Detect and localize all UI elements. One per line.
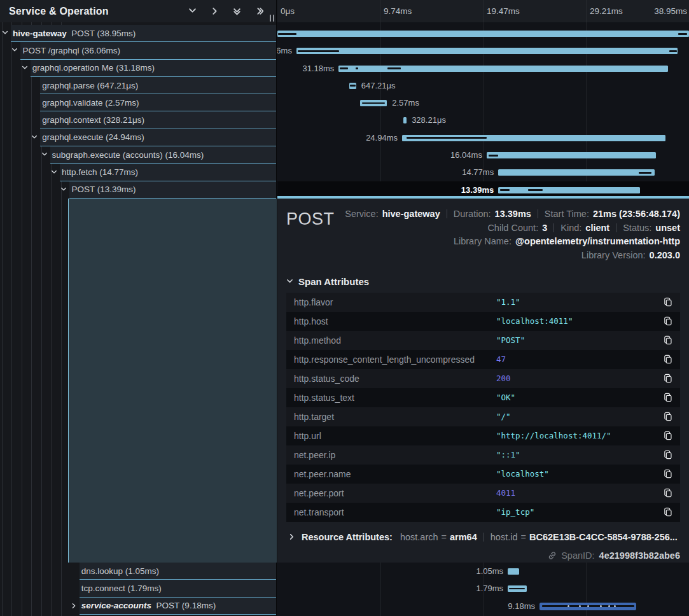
span-tree-row[interactable]: service-accounts POST (9.18ms) [0, 598, 276, 615]
span-tree-row[interactable]: tcp.connect (1.79ms) [0, 580, 276, 597]
span-tree-row[interactable]: graphql.operation Me (31.18ms) [0, 60, 276, 77]
chevron-down-icon[interactable] [11, 47, 18, 53]
span-duration-bar[interactable] [539, 603, 636, 610]
waterfall-row[interactable]: 647.21μs [277, 77, 689, 94]
attribute-key: http.target [286, 412, 496, 422]
meta-key: Status: [623, 223, 651, 233]
span-duration-bar[interactable] [403, 117, 407, 123]
span-tree-row[interactable]: graphql.execute (24.94ms) [0, 129, 276, 146]
span-tree-row-content[interactable]: POST /graphql (36.06ms) [20, 42, 276, 59]
span-tree-row[interactable]: graphql.context (328.21μs) [0, 111, 276, 129]
child-span-mark [639, 172, 651, 174]
attribute-value: "1.1" [496, 297, 664, 307]
expand-all-icon[interactable] [254, 7, 263, 16]
self-time-stripe [509, 588, 525, 590]
span-tree-row[interactable]: POST /graphql (36.06ms) [0, 42, 276, 59]
operation-name: POST (38.95ms) [67, 29, 136, 38]
span-tree-row-content[interactable]: graphql.execute (24.94ms) [40, 129, 276, 146]
span-tree-row-content[interactable]: service-accounts POST (9.18ms) [80, 598, 276, 615]
span-tree-row-content[interactable]: graphql.validate (2.57ms) [40, 94, 276, 111]
span-duration-bar[interactable] [508, 585, 527, 592]
copy-value-button[interactable] [664, 469, 672, 479]
child-span-mark [356, 67, 358, 69]
span-tree-row[interactable]: POST (13.39ms) [0, 181, 276, 199]
link-icon[interactable] [548, 551, 557, 560]
expand-one-icon[interactable] [210, 7, 219, 16]
meta-divider [447, 209, 447, 218]
span-tree-row-content[interactable]: http.fetch (14.77ms) [60, 164, 276, 181]
resource-attributes-row[interactable]: Resource Attributes: host.arch=arm64host… [286, 532, 680, 542]
resource-key: host.id [491, 532, 518, 542]
waterfall-row[interactable]: 14.77ms [277, 164, 689, 181]
waterfall-row[interactable]: 24.94ms [277, 129, 689, 146]
span-duration-bar[interactable] [508, 568, 518, 575]
span-tree-row[interactable]: dns.lookup (1.05ms) [0, 563, 276, 580]
panel-resize-handle[interactable] [270, 15, 274, 22]
waterfall-row[interactable]: 6ms [277, 42, 689, 59]
chevron-down-icon[interactable] [31, 134, 38, 141]
span-tree-row-content[interactable]: dns.lookup (1.05ms) [80, 563, 276, 580]
waterfall-row[interactable]: 2.57ms [277, 94, 689, 111]
chevron-down-icon[interactable] [41, 151, 48, 158]
span-tree-row-content[interactable]: POST (13.39ms) [69, 181, 276, 199]
waterfall-row[interactable]: 1.79ms [277, 580, 689, 597]
chevron-right-icon[interactable] [71, 603, 77, 609]
attribute-row: http.response_content_length_uncompresse… [286, 350, 680, 369]
collapse-all-icon[interactable] [232, 7, 241, 16]
waterfall-row[interactable] [277, 25, 689, 42]
span-tree-row[interactable]: hive-gateway POST (38.95ms) [0, 25, 276, 42]
span-tree-row[interactable]: http.fetch (14.77ms) [0, 164, 276, 181]
span-meta-line: Library Name:@opentelemetry/instrumentat… [454, 236, 680, 246]
copy-value-button[interactable] [664, 335, 672, 345]
timeline-panel: 0μs9.74ms19.47ms29.21ms38.95ms 6ms31.18m… [277, 0, 689, 616]
span-duration-bar[interactable] [487, 152, 656, 158]
chevron-down-icon[interactable] [60, 186, 67, 193]
copy-value-button[interactable] [664, 431, 672, 440]
waterfall-row[interactable]: 31.18ms [277, 60, 689, 77]
attribute-row: net.peer.name"localhost" [286, 465, 680, 484]
copy-value-button[interactable] [664, 297, 672, 307]
span-tree-row-content[interactable]: graphql.context (328.21μs) [40, 111, 276, 129]
collapse-one-icon[interactable] [188, 7, 197, 16]
span-tree-row-content[interactable]: graphql.operation Me (31.18ms) [31, 60, 276, 77]
meta-value: 13.39ms [495, 209, 531, 219]
copy-value-button[interactable] [664, 412, 672, 421]
chevron-down-icon[interactable] [22, 65, 28, 71]
span-duration-bar[interactable] [498, 169, 654, 176]
span-tree-row[interactable]: graphql.parse (647.21μs) [0, 77, 276, 94]
chevron-down-icon[interactable] [2, 30, 8, 36]
span-duration-bar[interactable] [498, 187, 639, 193]
meta-key: Kind: [560, 223, 581, 233]
span-tree-row[interactable]: graphql.validate (2.57ms) [0, 94, 276, 111]
span-duration-bar[interactable] [277, 31, 689, 37]
copy-value-button[interactable] [664, 316, 672, 326]
copy-value-button[interactable] [664, 450, 672, 459]
chevron-down-icon[interactable] [51, 169, 57, 176]
bar-duration-label: 1.05ms [476, 563, 503, 580]
span-tree-row-content[interactable]: subgraph.execute (accounts) (16.04ms) [50, 146, 276, 164]
copy-value-button[interactable] [664, 354, 672, 364]
copy-value-button[interactable] [664, 507, 672, 517]
trace-viewer: Service & Operation hive-gateway POST (3… [0, 0, 689, 616]
span-duration-bar[interactable] [296, 48, 678, 54]
span-tree-row[interactable]: subgraph.execute (accounts) (16.04ms) [0, 146, 276, 164]
copy-value-button[interactable] [664, 374, 672, 383]
waterfall-row[interactable]: 16.04ms [277, 146, 689, 164]
copy-value-button[interactable] [664, 488, 672, 498]
span-tree-row-content[interactable]: tcp.connect (1.79ms) [80, 580, 276, 597]
attribute-value: 47 [496, 354, 664, 364]
waterfall-row[interactable]: 1.05ms [277, 563, 689, 580]
bar-duration-label: 6ms [277, 42, 292, 59]
meta-key: Library Name: [454, 236, 512, 246]
waterfall-row[interactable]: 9.18ms [277, 598, 689, 615]
span-tree-row-content[interactable]: hive-gateway POST (38.95ms) [11, 25, 276, 42]
span-duration-bar[interactable] [349, 83, 356, 89]
meta-key: Duration: [454, 209, 491, 219]
waterfall-row[interactable]: 328.21μs [277, 111, 689, 129]
span-tree-row-content[interactable]: graphql.parse (647.21μs) [40, 77, 276, 94]
meta-divider [553, 223, 554, 232]
attribute-key: http.status_code [286, 374, 496, 384]
copy-value-button[interactable] [664, 393, 672, 402]
span-duration-bar[interactable] [360, 100, 387, 106]
span-attributes-toggle[interactable]: Span Attributes [286, 276, 680, 287]
